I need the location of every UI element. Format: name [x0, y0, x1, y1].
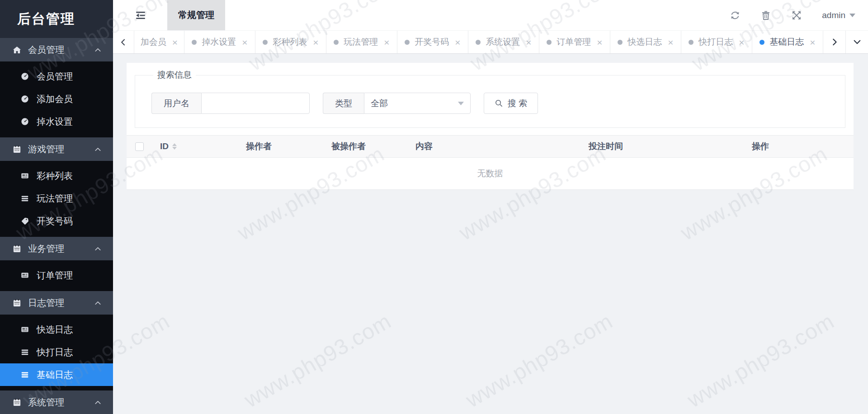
sidebar-section-member: 会员管理 会员管理 添加会员 掉水设置: [0, 38, 113, 137]
tab-close-icon[interactable]: ×: [242, 38, 247, 47]
tab-dot-icon: [760, 40, 764, 45]
trash-icon[interactable]: [760, 10, 771, 21]
search-button[interactable]: 搜 索: [484, 93, 538, 114]
list-icon: [21, 348, 29, 356]
main-area: 常规管理 admin 加会员 × 掉水设置 × 彩种列表 ×: [113, 0, 868, 414]
sidebar-item-add-member[interactable]: 添加会员: [0, 88, 113, 110]
sidebar-item-order-manage[interactable]: 订单管理: [0, 264, 113, 287]
base-log-panel: 搜索信息 用户名 类型 全部: [127, 63, 854, 190]
calendar-icon: [13, 145, 21, 154]
tab-close-icon[interactable]: ×: [810, 38, 815, 47]
tab-close-icon[interactable]: ×: [739, 38, 744, 47]
caret-down-icon: [458, 102, 464, 105]
calendar-icon: [13, 299, 21, 307]
workspace-tab[interactable]: 常规管理: [167, 0, 225, 30]
tab-close-icon[interactable]: ×: [526, 38, 531, 47]
tab-water-setting[interactable]: 掉水设置 ×: [184, 31, 255, 53]
tab-dot-icon: [547, 40, 552, 45]
list-icon: [21, 194, 29, 202]
sidebar: 后台管理 会员管理 会员管理 添加会员 掉水设置 游戏管理: [0, 0, 113, 414]
calendar-icon: [13, 245, 21, 253]
sidebar-item-quick-select-log[interactable]: 快选日志: [0, 318, 113, 341]
home-icon: [13, 46, 21, 54]
sidebar-item-quick-hit-log[interactable]: 快打日志: [0, 341, 113, 363]
sidebar-section-game: 游戏管理 彩种列表 玩法管理 开奖号码: [0, 137, 113, 237]
col-header-action: 操作: [744, 136, 854, 158]
tab-order-manage[interactable]: 订单管理 ×: [539, 31, 610, 53]
sidebar-section-log: 日志管理 快选日志 快打日志 基础日志: [0, 291, 113, 390]
sidebar-item-water-setting[interactable]: 掉水设置: [0, 110, 113, 133]
tab-close-icon[interactable]: ×: [668, 38, 673, 47]
sidebar-item-lottery-list[interactable]: 彩种列表: [0, 165, 113, 187]
sidebar-item-draw-number[interactable]: 开奖号码: [0, 210, 113, 232]
tab-close-icon[interactable]: ×: [384, 38, 389, 47]
table-empty-state: 无数据: [127, 158, 854, 190]
sidebar-section-header-log[interactable]: 日志管理: [0, 291, 113, 315]
chevron-down-icon: [853, 38, 861, 46]
tab-close-icon[interactable]: ×: [597, 38, 602, 47]
tab-dot-icon: [618, 40, 623, 45]
gauge-icon: [21, 118, 29, 126]
gauge-icon: [21, 95, 29, 103]
tab-dot-icon: [689, 40, 693, 45]
col-header-operated: 被操作者: [323, 136, 407, 158]
username-input[interactable]: [201, 93, 310, 114]
tab-quick-select-log[interactable]: 快选日志 ×: [610, 31, 681, 53]
tabs-menu-button[interactable]: [845, 31, 868, 53]
col-header-bet-time: 投注时间: [580, 136, 744, 158]
sidebar-section-header-member[interactable]: 会员管理: [0, 38, 113, 61]
menu-fold-icon: [135, 9, 146, 21]
sidebar-section-business: 业务管理 订单管理: [0, 237, 113, 291]
newspaper-icon: [21, 325, 29, 334]
select-all-checkbox[interactable]: [135, 142, 144, 151]
tab-dot-icon: [334, 40, 339, 45]
sidebar-collapse-button[interactable]: [135, 9, 147, 22]
tabs-scroll-right-button[interactable]: [823, 31, 845, 53]
sidebar-section-header-game[interactable]: 游戏管理: [0, 137, 113, 161]
tab-dot-icon: [476, 40, 481, 45]
sidebar-section-system: 系统管理: [0, 390, 113, 414]
list-icon: [21, 371, 29, 379]
sort-toggle-icon[interactable]: [172, 143, 177, 150]
tab-dot-icon: [192, 40, 197, 45]
tab-lottery-list[interactable]: 彩种列表 ×: [255, 31, 326, 53]
chevron-up-icon: [94, 245, 101, 252]
tab-close-icon[interactable]: ×: [172, 38, 178, 47]
user-dropdown[interactable]: admin: [822, 10, 855, 20]
gauge-icon: [21, 72, 29, 80]
tab-system-setting[interactable]: 系统设置 ×: [468, 31, 539, 53]
sidebar-item-member-manage[interactable]: 会员管理: [0, 65, 113, 88]
chevron-up-icon: [94, 47, 101, 53]
app-logo: 后台管理: [0, 0, 113, 38]
sidebar-section-header-system[interactable]: 系统管理: [0, 390, 113, 414]
chevron-up-icon: [94, 300, 101, 306]
tab-close-icon[interactable]: ×: [455, 38, 460, 47]
caret-down-icon: [849, 14, 855, 17]
tabs-scroll-left-button[interactable]: [113, 31, 134, 53]
sidebar-item-play-manage[interactable]: 玩法管理: [0, 187, 113, 210]
search-icon: [495, 99, 503, 108]
tab-base-log[interactable]: 基础日志 ×: [752, 31, 823, 53]
tab-play-manage[interactable]: 玩法管理 ×: [326, 31, 397, 53]
tab-draw-number[interactable]: 开奖号码 ×: [397, 31, 468, 53]
type-select[interactable]: 全部: [364, 93, 471, 114]
fullscreen-icon[interactable]: [791, 10, 802, 21]
chevron-right-icon: [830, 38, 839, 46]
newspaper-icon: [21, 271, 29, 279]
type-group: 类型 全部: [323, 93, 471, 114]
tab-add-member[interactable]: 加会员 ×: [134, 31, 184, 53]
search-legend: 搜索信息: [153, 69, 196, 81]
search-fieldset: 搜索信息 用户名 类型 全部: [135, 69, 845, 128]
chevron-up-icon: [94, 399, 101, 406]
tab-close-icon[interactable]: ×: [313, 38, 318, 47]
sidebar-item-base-log[interactable]: 基础日志: [0, 363, 113, 386]
tab-dot-icon: [405, 40, 410, 45]
chevron-left-icon: [119, 38, 127, 46]
calendar-icon: [13, 398, 21, 407]
tab-quick-hit-log[interactable]: 快打日志 ×: [681, 31, 752, 53]
user-name: admin: [822, 10, 845, 20]
sidebar-section-header-business[interactable]: 业务管理: [0, 237, 113, 260]
refresh-icon[interactable]: [730, 10, 741, 21]
chevron-up-icon: [94, 146, 101, 153]
table-header-row: ID 操作者 被操作者 内容 投注时间 操作: [127, 136, 854, 158]
